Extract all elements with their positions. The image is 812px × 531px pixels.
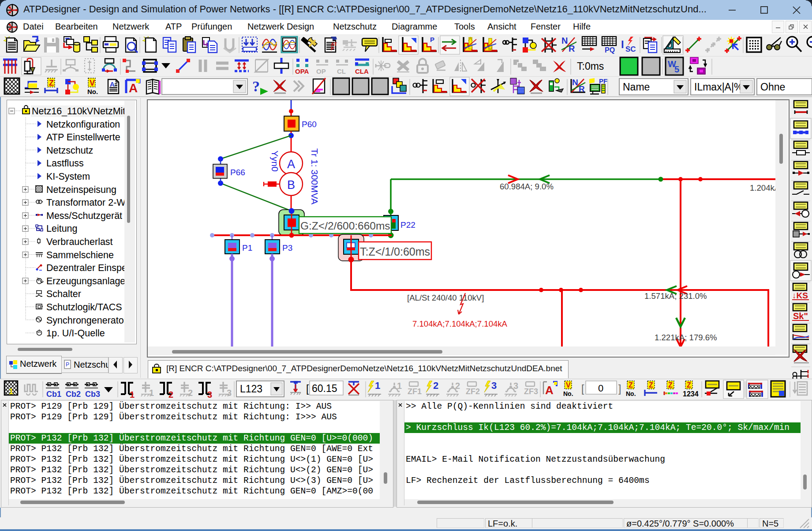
svg-text:1.571kA; 231.0%: 1.571kA; 231.0%	[644, 291, 707, 301]
svg-text:1234: 1234	[683, 390, 699, 398]
svg-text:Z: Z	[649, 381, 653, 389]
svg-text:1: 1	[375, 380, 380, 391]
svg-text:Tr 1: 300MVA: Tr 1: 300MVA	[310, 148, 320, 204]
svg-text:ATP Einstellwerte: ATP Einstellwerte	[46, 132, 120, 143]
svg-text:A: A	[545, 384, 554, 397]
svg-text:0: 0	[598, 383, 603, 394]
svg-text:1.204kA: 1.204kA	[750, 183, 776, 192]
svg-text:2: 2	[455, 381, 460, 391]
svg-text:T:Z</1/0:60ms: T:Z</1/0:60ms	[360, 245, 430, 258]
svg-text:Yyn0: Yyn0	[270, 151, 280, 172]
svg-text:Sk": Sk"	[793, 311, 808, 321]
svg-text:ILmax|A|%: ILmax|A|%	[694, 81, 743, 93]
svg-text:[: [	[581, 383, 584, 395]
svg-text:P66: P66	[230, 168, 245, 177]
svg-text:Z: Z	[687, 381, 691, 389]
svg-text:T:0ms: T:0ms	[577, 60, 604, 72]
svg-text:ZF2: ZF2	[466, 387, 480, 396]
svg-text:P22: P22	[400, 220, 415, 230]
svg-text:60.984A; 9.0%: 60.984A; 9.0%	[500, 182, 554, 191]
svg-text:CL: CL	[337, 68, 346, 75]
svg-text:1: 1	[397, 381, 402, 391]
svg-text:[AL/St 240/40 110kV]: [AL/St 240/40 110kV]	[407, 293, 484, 302]
svg-text:?: ?	[252, 78, 260, 94]
svg-text:KI-System: KI-System	[46, 171, 90, 182]
svg-text:Z: Z	[629, 381, 633, 389]
svg-text:No.: No.	[87, 88, 98, 95]
svg-text:A: A	[287, 158, 295, 171]
svg-text:PF: PF	[599, 77, 607, 85]
svg-text:2: 2	[433, 380, 438, 391]
svg-text:Lastfluss: Lastfluss	[46, 158, 84, 169]
svg-text:Cb1: Cb1	[46, 390, 61, 399]
svg-text:PQ: PQ	[605, 46, 615, 54]
svg-text:2: 2	[188, 388, 193, 398]
svg-text:Netz16_110kVNetzMit: Netz16_110kVNetzMit	[32, 106, 125, 117]
svg-text:OP: OP	[316, 68, 326, 75]
svg-text:Netzkonfiguration: Netzkonfiguration	[46, 119, 120, 130]
svg-text:]: ]	[618, 383, 621, 395]
svg-text:60.15: 60.15	[312, 383, 337, 394]
svg-text:A: A	[129, 81, 138, 95]
svg-text:Ohne: Ohne	[760, 81, 785, 93]
svg-text:G:Z</2/600:660ms: G:Z</2/600:660ms	[300, 220, 390, 232]
svg-text:P: P	[66, 362, 69, 368]
svg-text:P: P	[331, 46, 334, 51]
svg-text:P3: P3	[282, 243, 292, 252]
svg-text:Sammelschiene: Sammelschiene	[46, 250, 114, 260]
svg-text:No.: No.	[563, 390, 573, 397]
svg-text:ZF3: ZF3	[524, 387, 538, 396]
svg-text:I: I	[621, 38, 624, 50]
svg-text:Z: Z	[668, 381, 673, 389]
svg-text:V: V	[566, 381, 571, 389]
svg-text:P1: P1	[242, 243, 252, 252]
svg-text:Verbraucherlast: Verbraucherlast	[46, 237, 113, 247]
svg-text:Transformator 2-W: Transformator 2-W	[46, 197, 126, 208]
svg-text:Schutzlogik/TACS: Schutzlogik/TACS	[46, 302, 122, 313]
svg-text:1p. U/I-Quelle: 1p. U/I-Quelle	[46, 328, 105, 339]
svg-text:3: 3	[207, 390, 212, 399]
svg-text:N: N	[561, 36, 568, 45]
svg-text:Netzeinspeisung: Netzeinspeisung	[46, 185, 116, 195]
svg-text:[: [	[306, 383, 309, 395]
svg-text:P: P	[430, 36, 434, 43]
svg-text:Leitung: Leitung	[46, 223, 78, 234]
svg-text:No.: No.	[626, 390, 636, 397]
svg-text:Synchrongenerator: Synchrongenerator	[46, 315, 127, 326]
svg-text:P60: P60	[302, 120, 317, 129]
svg-text:B: B	[287, 178, 295, 192]
svg-text:1: 1	[130, 390, 135, 399]
svg-text:↓KS: ↓KS	[792, 291, 808, 300]
svg-text:Cb3: Cb3	[85, 390, 100, 399]
svg-text:SC: SC	[625, 45, 636, 53]
svg-text:Schalter: Schalter	[46, 289, 81, 299]
svg-text:1: 1	[9, 387, 13, 396]
svg-text:Netzschutz: Netzschutz	[46, 145, 93, 156]
svg-text:Erzeugungsanlage (: Erzeugungsanlage (	[46, 276, 131, 286]
svg-text:2: 2	[168, 390, 173, 399]
svg-text:CLA: CLA	[355, 68, 369, 75]
svg-text:Z: Z	[49, 79, 54, 87]
svg-text:ZF1: ZF1	[408, 387, 422, 396]
svg-text:L123: L123	[240, 383, 262, 395]
svg-text:V: V	[90, 79, 95, 87]
svg-text:Dezentraler Einspei: Dezentraler Einspei	[46, 263, 129, 273]
svg-text:5: 5	[674, 64, 679, 74]
svg-text:1: 1	[149, 388, 154, 398]
svg-text:3: 3	[491, 380, 497, 391]
svg-text:Name: Name	[623, 81, 650, 93]
svg-text:1.221kA; 179.6%: 1.221kA; 179.6%	[655, 333, 717, 342]
svg-text:Cb2: Cb2	[66, 390, 81, 399]
svg-text:7.104kA;7.104kA;7.104kA: 7.104kA;7.104kA;7.104kA	[412, 319, 508, 328]
svg-text:3: 3	[227, 388, 232, 398]
svg-text:3: 3	[513, 381, 518, 391]
svg-text:Mess/Schutzgerät: Mess/Schutzgerät	[46, 211, 122, 221]
svg-text:A: A	[110, 80, 115, 88]
svg-text:OPA: OPA	[295, 68, 309, 75]
svg-text:3~: 3~	[37, 277, 41, 281]
